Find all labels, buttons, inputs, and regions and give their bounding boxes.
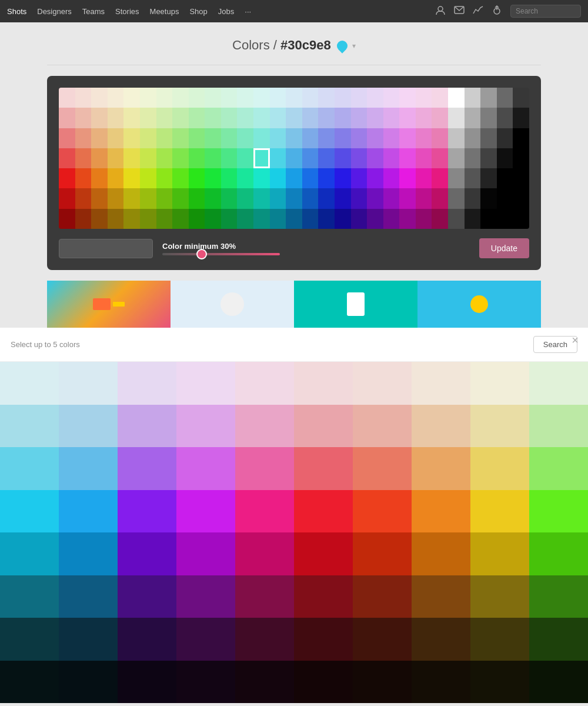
big-color-cell[interactable] — [0, 618, 59, 661]
color-drop-icon[interactable] — [335, 38, 349, 53]
picker-color-cell[interactable] — [480, 148, 497, 168]
picker-color-cell[interactable] — [221, 148, 238, 168]
picker-color-cell[interactable] — [270, 88, 286, 108]
picker-color-cell[interactable] — [302, 88, 319, 108]
big-color-cell[interactable] — [529, 405, 588, 448]
picker-color-cell[interactable] — [156, 188, 173, 208]
picker-color-cell[interactable] — [75, 148, 92, 168]
picker-color-cell[interactable] — [497, 128, 513, 148]
big-color-cell[interactable] — [118, 362, 176, 405]
picker-color-cell[interactable] — [59, 88, 75, 108]
shot-thumb-3[interactable] — [294, 281, 417, 328]
picker-color-cell[interactable] — [189, 128, 205, 148]
picker-color-cell[interactable] — [335, 188, 351, 208]
nav-more[interactable]: ··· — [245, 7, 251, 16]
picker-color-cell[interactable] — [351, 128, 368, 148]
picker-color-cell[interactable] — [286, 88, 302, 108]
picker-color-cell[interactable] — [335, 148, 351, 168]
big-color-cell[interactable] — [470, 490, 529, 533]
picker-color-cell[interactable] — [302, 148, 319, 168]
picker-color-cell[interactable] — [140, 209, 156, 229]
nav-meetups[interactable]: Meetups — [150, 7, 179, 16]
picker-color-cell[interactable] — [205, 168, 221, 188]
big-color-cell[interactable] — [353, 532, 412, 575]
big-color-cell[interactable] — [59, 362, 118, 405]
picker-color-cell[interactable] — [156, 148, 173, 168]
picker-color-cell[interactable] — [497, 188, 513, 208]
picker-color-cell[interactable] — [480, 128, 497, 148]
big-color-cell[interactable] — [118, 405, 176, 448]
nav-shots[interactable]: Shots — [7, 7, 26, 16]
big-color-cell[interactable] — [412, 575, 470, 618]
picker-color-cell[interactable] — [286, 128, 302, 148]
big-color-cell[interactable] — [59, 575, 118, 618]
big-color-cell[interactable] — [59, 447, 118, 490]
big-color-cell[interactable] — [235, 362, 294, 405]
picker-color-cell[interactable] — [383, 108, 400, 128]
picker-color-cell[interactable] — [497, 148, 513, 168]
picker-color-cell[interactable] — [237, 128, 253, 148]
picker-color-cell[interactable] — [513, 88, 529, 108]
picker-color-cell[interactable] — [189, 209, 205, 229]
big-color-cell[interactable] — [176, 490, 235, 533]
analytics-icon[interactable] — [473, 6, 483, 16]
big-color-cell[interactable] — [294, 532, 353, 575]
big-color-cell[interactable] — [0, 405, 59, 448]
picker-color-cell[interactable] — [383, 168, 400, 188]
picker-color-cell[interactable] — [448, 88, 465, 108]
color-picker-grid[interactable] — [59, 88, 529, 229]
picker-color-cell[interactable] — [351, 148, 368, 168]
picker-color-cell[interactable] — [351, 88, 368, 108]
big-color-cell[interactable] — [412, 661, 470, 704]
picker-color-cell[interactable] — [270, 209, 286, 229]
picker-color-cell[interactable] — [91, 168, 108, 188]
picker-color-cell[interactable] — [140, 168, 156, 188]
picker-color-cell[interactable] — [205, 108, 221, 128]
big-color-cell[interactable] — [0, 490, 59, 533]
big-color-cell[interactable] — [118, 661, 176, 704]
picker-color-cell[interactable] — [513, 168, 529, 188]
shot-thumb-2[interactable] — [171, 281, 294, 328]
picker-color-cell[interactable] — [237, 148, 253, 168]
nav-shop[interactable]: Shop — [189, 7, 207, 16]
big-color-cell[interactable] — [529, 447, 588, 490]
picker-color-cell[interactable] — [465, 88, 481, 108]
nav-jobs[interactable]: Jobs — [218, 7, 234, 16]
picker-color-cell[interactable] — [416, 128, 432, 148]
big-color-cell[interactable] — [59, 405, 118, 448]
big-color-cell[interactable] — [353, 490, 412, 533]
picker-color-cell[interactable] — [156, 108, 173, 128]
picker-color-cell[interactable] — [253, 209, 270, 229]
big-color-cell[interactable] — [470, 532, 529, 575]
nav-stories[interactable]: Stories — [115, 7, 139, 16]
picker-color-cell[interactable] — [75, 108, 92, 128]
big-color-cell[interactable] — [59, 532, 118, 575]
picker-color-cell[interactable] — [237, 188, 253, 208]
big-color-cell[interactable] — [235, 532, 294, 575]
picker-color-cell[interactable] — [253, 148, 270, 168]
picker-color-cell[interactable] — [399, 108, 416, 128]
big-color-cell[interactable] — [118, 575, 176, 618]
big-color-cell[interactable] — [412, 490, 470, 533]
picker-color-cell[interactable] — [156, 168, 173, 188]
picker-color-cell[interactable] — [448, 209, 465, 229]
picker-color-cell[interactable] — [123, 209, 140, 229]
picker-color-cell[interactable] — [59, 108, 75, 128]
picker-color-cell[interactable] — [416, 88, 432, 108]
picker-color-cell[interactable] — [270, 108, 286, 128]
big-color-cell[interactable] — [353, 618, 412, 661]
picker-color-cell[interactable] — [367, 209, 383, 229]
picker-color-cell[interactable] — [351, 209, 368, 229]
picker-color-cell[interactable] — [140, 88, 156, 108]
picker-color-cell[interactable] — [432, 168, 448, 188]
picker-color-cell[interactable] — [172, 148, 189, 168]
big-color-cell[interactable] — [0, 532, 59, 575]
big-color-cell[interactable] — [353, 405, 412, 448]
picker-color-cell[interactable] — [189, 148, 205, 168]
big-color-cell[interactable] — [176, 661, 235, 704]
picker-color-cell[interactable] — [140, 188, 156, 208]
picker-color-cell[interactable] — [383, 188, 400, 208]
picker-color-cell[interactable] — [399, 209, 416, 229]
picker-color-cell[interactable] — [189, 88, 205, 108]
big-color-cell[interactable] — [118, 532, 176, 575]
